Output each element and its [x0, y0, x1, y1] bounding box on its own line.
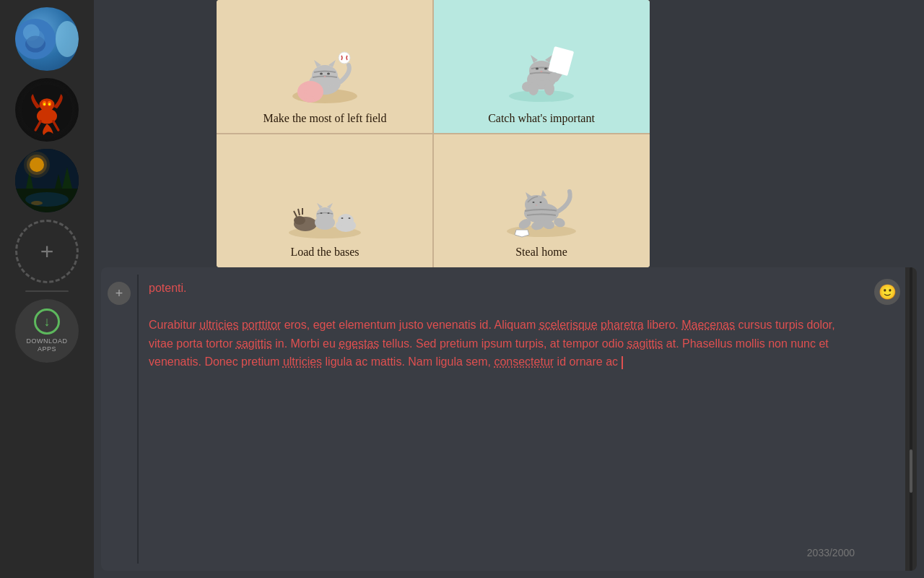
- chat-input-area: + potenti. Curabitur ultricies porttitor…: [101, 267, 917, 571]
- char-count: 2033/2000: [807, 545, 855, 561]
- svg-point-23: [31, 201, 43, 205]
- emoji-button[interactable]: 🙂: [869, 267, 905, 571]
- svg-point-44: [541, 71, 543, 72]
- svg-point-28: [327, 72, 330, 74]
- scrollbar[interactable]: [905, 267, 917, 571]
- svg-point-43: [544, 67, 547, 69]
- attach-icon: +: [108, 282, 131, 305]
- sidebar-divider: [25, 290, 69, 292]
- svg-point-27: [320, 72, 323, 74]
- link-egestas[interactable]: egestas: [339, 337, 379, 350]
- download-label: DOWNLOADAPPS: [26, 337, 67, 353]
- link-consectetur[interactable]: consectetur: [494, 355, 554, 368]
- comic-horizontal-divider: [217, 133, 650, 134]
- link-sagittis-2[interactable]: sagittis: [627, 337, 663, 350]
- link-sagittis-1[interactable]: sagittis: [236, 337, 272, 350]
- svg-point-71: [533, 202, 535, 203]
- avatar-dragon[interactable]: [15, 78, 79, 142]
- link-maecenas[interactable]: Maecenas: [681, 319, 735, 331]
- emoji-icon: 🙂: [874, 279, 900, 305]
- svg-point-39: [509, 90, 574, 102]
- panel-top-left-text: Make the most of left field: [263, 111, 386, 126]
- link-ultricies-2[interactable]: ultricies: [283, 355, 322, 368]
- main-content: Make the most of left field: [94, 0, 924, 578]
- svg-point-72: [540, 202, 542, 203]
- svg-point-50: [528, 82, 539, 95]
- download-apps-button[interactable]: ↓ DOWNLOADAPPS: [15, 299, 79, 363]
- message-prefix: potenti.: [149, 279, 859, 298]
- svg-point-37: [313, 95, 321, 100]
- svg-point-51: [544, 82, 554, 95]
- link-pharetra[interactable]: pharetra: [601, 319, 644, 331]
- panel-top-right-text: Catch what's important: [488, 111, 595, 126]
- svg-point-48: [548, 72, 559, 82]
- scroll-thumb: [910, 449, 912, 493]
- svg-point-38: [339, 52, 350, 64]
- comic-image: Make the most of left field: [217, 0, 650, 267]
- svg-point-66: [341, 217, 344, 219]
- svg-point-60: [321, 212, 323, 214]
- panel-bottom-right-text: Steal home: [515, 244, 567, 260]
- attach-button[interactable]: +: [101, 267, 137, 571]
- svg-point-54: [294, 216, 305, 225]
- svg-point-65: [338, 214, 354, 227]
- sidebar: + ↓ DOWNLOADAPPS: [0, 0, 94, 578]
- svg-marker-75: [541, 190, 546, 197]
- svg-point-10: [48, 103, 51, 105]
- svg-point-73: [536, 204, 537, 206]
- svg-point-61: [328, 212, 330, 214]
- link-porttitor[interactable]: porttitor: [242, 319, 281, 331]
- message-body: Curabitur ultricies porttitor eros, eget…: [149, 316, 859, 371]
- svg-line-56: [298, 209, 300, 215]
- svg-point-59: [316, 207, 334, 223]
- scroll-track: [910, 267, 912, 571]
- svg-point-6: [40, 98, 55, 111]
- svg-point-3: [26, 30, 45, 48]
- svg-point-67: [349, 217, 351, 219]
- add-icon: +: [40, 240, 54, 263]
- avatar-1[interactable]: [15, 7, 79, 71]
- panel-bottom-left-text: Load the bases: [290, 244, 359, 260]
- svg-point-22: [25, 192, 69, 207]
- svg-point-42: [536, 67, 539, 69]
- comic-panel-top-left: Make the most of left field: [217, 0, 433, 134]
- text-cursor: [622, 356, 623, 369]
- download-icon: ↓: [34, 309, 60, 335]
- svg-line-55: [294, 211, 297, 217]
- add-server-button[interactable]: +: [15, 220, 79, 283]
- link-scelerisque[interactable]: scelerisque: [539, 319, 598, 331]
- svg-point-21: [24, 152, 50, 178]
- message-input[interactable]: potenti. Curabitur ultricies porttitor e…: [139, 267, 869, 571]
- comic-image-section: Make the most of left field: [202, 0, 924, 267]
- svg-point-29: [324, 76, 326, 77]
- svg-point-9: [43, 103, 45, 105]
- comic-panel-top-right: Catch what's important: [433, 0, 650, 134]
- comic-panel-bottom-right: Steal home: [433, 134, 650, 267]
- link-ultricies-1[interactable]: ultricies: [199, 319, 238, 331]
- svg-rect-47: [548, 46, 574, 76]
- avatar-night[interactable]: [15, 149, 79, 212]
- comic-panel-bottom-left: Load the bases: [217, 134, 433, 267]
